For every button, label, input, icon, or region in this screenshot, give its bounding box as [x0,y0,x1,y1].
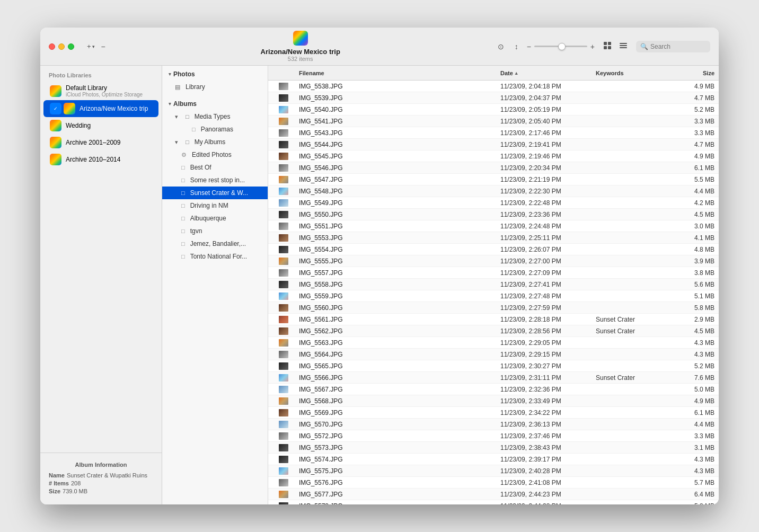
file-thumbnail [268,199,295,207]
source-edited-photos[interactable]: ⚙ Edited Photos [162,148,268,161]
sort-button[interactable]: ↕ [513,40,520,53]
table-row[interactable]: IMG_5543.JPG 11/23/09, 2:17:46 PM 3.3 MB [268,127,719,139]
table-row[interactable]: IMG_5576.JPG 11/23/09, 2:41:08 PM 5.7 MB [268,477,719,489]
source-media-types[interactable]: ▾ □ Media Types [162,110,268,123]
table-row[interactable]: IMG_5539.JPG 11/23/09, 2:04:37 PM 4.7 MB [268,92,719,104]
file-size-cell: 3.3 MB [676,118,719,125]
table-row[interactable]: IMG_5569.JPG 11/23/09, 2:34:22 PM 6.1 MB [268,407,719,419]
source-tonto[interactable]: □ Tonto National For... [162,250,268,263]
photos-app-icon[interactable] [293,31,308,46]
fullscreen-button[interactable] [68,43,74,50]
file-keywords-cell: Sunset Crater [592,374,676,382]
source-jemez[interactable]: □ Jemez, Bandalier,... [162,237,268,250]
file-name-cell: IMG_5563.JPG [295,339,496,347]
source-best-of[interactable]: □ Best Of [162,161,268,174]
col-date-header[interactable]: Date ▲ [496,70,592,76]
file-thumbnail [268,409,295,416]
file-date-cell: 11/23/09, 2:27:09 PM [496,269,592,277]
sidebar-item-arizona-trip[interactable]: ✓ Arizona/New Mexico trip [43,100,158,117]
minus-button[interactable]: − [101,42,105,51]
file-thumbnail [268,153,295,160]
col-filename-header[interactable]: Filename [295,70,496,76]
table-row[interactable]: IMG_5567.JPG 11/23/09, 2:32:36 PM 5.0 MB [268,384,719,395]
table-row[interactable]: IMG_5544.JPG 11/23/09, 2:19:41 PM 4.7 MB [268,139,719,150]
source-some-rest-stop[interactable]: □ Some rest stop in... [162,174,268,187]
file-date-cell: 11/23/09, 2:33:49 PM [496,397,592,405]
col-keywords-header[interactable]: Keywords [592,70,676,76]
search-input[interactable] [650,43,703,50]
file-date-cell: 11/23/09, 2:21:19 PM [496,176,592,183]
table-row[interactable]: IMG_5563.JPG 11/23/09, 2:29:05 PM 4.3 MB [268,337,719,349]
file-size-cell: 3.9 MB [676,258,719,265]
table-row[interactable]: IMG_5562.JPG 11/23/09, 2:28:56 PM Sunset… [268,325,719,337]
file-name-cell: IMG_5559.JPG [295,292,496,300]
table-row[interactable]: IMG_5573.JPG 11/23/09, 2:38:43 PM 3.1 MB [268,442,719,454]
file-thumbnail [268,397,295,405]
table-row[interactable]: IMG_5540.JPG 11/23/09, 2:05:19 PM 5.2 MB [268,104,719,116]
albums-section-header[interactable]: ▾ Albums [162,97,268,110]
table-row[interactable]: IMG_5572.JPG 11/23/09, 2:37:46 PM 3.3 MB [268,430,719,442]
table-row[interactable]: IMG_5555.JPG 11/23/09, 2:27:00 PM 3.9 MB [268,255,719,267]
file-thumbnail [268,211,295,218]
table-row[interactable]: IMG_5559.JPG 11/23/09, 2:27:48 PM 5.1 MB [268,290,719,302]
table-row[interactable]: IMG_5545.JPG 11/23/09, 2:19:46 PM 4.9 MB [268,150,719,162]
table-row[interactable]: IMG_5568.JPG 11/23/09, 2:33:49 PM 4.9 MB [268,395,719,407]
table-row[interactable]: IMG_5564.JPG 11/23/09, 2:29:15 PM 4.3 MB [268,349,719,360]
table-row[interactable]: IMG_5549.JPG 11/23/09, 2:22:48 PM 4.2 MB [268,197,719,209]
sidebar-item-default-library[interactable]: Default Library iCloud Photos, Optimize … [43,82,158,100]
file-date-cell: 11/23/09, 2:22:48 PM [496,199,592,207]
file-name-cell: IMG_5551.JPG [295,223,496,230]
table-row[interactable]: IMG_5558.JPG 11/23/09, 2:27:41 PM 5.6 MB [268,279,719,290]
source-my-albums[interactable]: ▾ □ My Albums [162,136,268,148]
back-button[interactable]: ⊙ [496,40,506,53]
file-size-cell: 4.3 MB [676,351,719,358]
source-driving-nm[interactable]: □ Driving in NM [162,199,268,212]
file-thumbnail [268,502,295,505]
table-row[interactable]: IMG_5561.JPG 11/23/09, 2:28:18 PM Sunset… [268,314,719,325]
zoom-in-icon: + [590,42,595,51]
table-row[interactable]: IMG_5554.JPG 11/23/09, 2:26:07 PM 4.8 MB [268,244,719,255]
table-row[interactable]: IMG_5546.JPG 11/23/09, 2:20:34 PM 6.1 MB [268,162,719,174]
file-size-cell: 5.8 MB [676,502,719,505]
table-row[interactable]: IMG_5570.JPG 11/23/09, 2:36:13 PM 4.4 MB [268,419,719,430]
album-size-label: Size [49,488,60,494]
source-library-item[interactable]: ▤ Library [162,81,268,93]
table-row[interactable]: IMG_5578.JPG 11/23/09, 2:44:28 PM 5.8 MB [268,500,719,504]
list-view-button[interactable] [617,40,630,53]
table-row[interactable]: IMG_5551.JPG 11/23/09, 2:24:48 PM 3.0 MB [268,220,719,232]
table-row[interactable]: IMG_5548.JPG 11/23/09, 2:22:30 PM 4.4 MB [268,185,719,197]
close-button[interactable] [49,43,55,50]
file-thumbnail [268,118,295,125]
photos-section-header[interactable]: ▾ Photos [162,68,268,81]
table-row[interactable]: IMG_5566.JPG 11/23/09, 2:31:11 PM Sunset… [268,372,719,384]
table-row[interactable]: IMG_5575.JPG 11/23/09, 2:40:28 PM 4.3 MB [268,465,719,477]
thumbnail-image [279,199,288,207]
slider-thumb[interactable] [558,43,566,50]
table-row[interactable]: IMG_5557.JPG 11/23/09, 2:27:09 PM 3.8 MB [268,267,719,279]
sidebar-item-archive-2010[interactable]: Archive 2010–2014 [43,151,158,168]
minimize-button[interactable] [58,43,65,50]
add-menu[interactable]: + ▾ [87,42,95,50]
source-albuquerque[interactable]: □ Albuquerque [162,212,268,225]
table-row[interactable]: IMG_5550.JPG 11/23/09, 2:23:36 PM 4.5 MB [268,209,719,220]
file-date-cell: 11/23/09, 2:30:27 PM [496,362,592,370]
grid-view-button[interactable] [601,40,614,53]
table-row[interactable]: IMG_5547.JPG 11/23/09, 2:21:19 PM 5.5 MB [268,174,719,185]
source-tgvn[interactable]: □ tgvn [162,225,268,237]
search-box[interactable]: 🔍 [636,41,710,52]
table-row[interactable]: IMG_5538.JPG 11/23/09, 2:04:18 PM 4.9 MB [268,81,719,92]
source-sunset-crater[interactable]: □ Sunset Crater & W... [162,187,268,199]
col-size-header[interactable]: Size [676,70,719,76]
table-row[interactable]: IMG_5541.JPG 11/23/09, 2:05:40 PM 3.3 MB [268,116,719,127]
sidebar-item-archive-2001[interactable]: Archive 2001–2009 [43,134,158,151]
table-row[interactable]: IMG_5560.JPG 11/23/09, 2:27:59 PM 5.8 MB [268,302,719,314]
source-panoramas[interactable]: □ Panoramas [162,123,268,136]
table-row[interactable]: IMG_5565.JPG 11/23/09, 2:30:27 PM 5.2 MB [268,360,719,372]
thumbnail-image [279,362,288,370]
zoom-slider[interactable]: − + [527,42,595,51]
table-row[interactable]: IMG_5577.JPG 11/23/09, 2:44:23 PM 6.4 MB [268,489,719,500]
table-row[interactable]: IMG_5553.JPG 11/23/09, 2:25:11 PM 4.1 MB [268,232,719,244]
sidebar-item-wedding[interactable]: Wedding [43,117,158,134]
table-row[interactable]: IMG_5574.JPG 11/23/09, 2:39:17 PM 4.3 MB [268,454,719,465]
slider-track[interactable] [534,46,587,47]
